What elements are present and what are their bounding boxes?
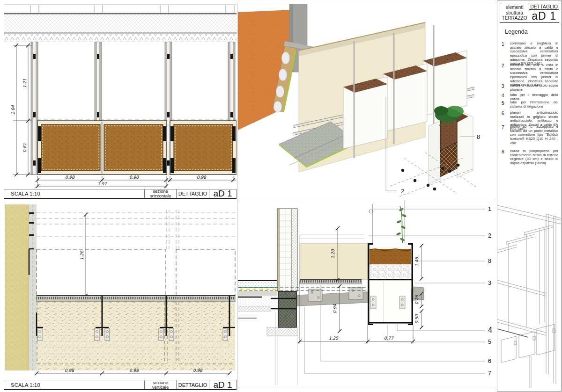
title-block: elementi struttura TERRAZZO DETTAGLIO aD… — [500, 3, 559, 23]
title-block-detail-code: aD 1 — [529, 10, 559, 22]
panel-section-detail: 1.20 0.94 1.46 0.26 0.50 1.25 0.77 1 2 8… — [238, 200, 496, 389]
divider-center-horizontal — [238, 199, 496, 199]
callout-7: 7 — [488, 370, 491, 377]
cutaway-planter — [429, 106, 473, 184]
callout-numbers: 1 2 8 3 4 5 6 7 — [488, 206, 492, 377]
axonometric-drawing: 2 8 — [238, 4, 496, 197]
title-block-subject: elementi struttura TERRAZZO — [500, 3, 529, 22]
panel-vertical-section: 1.26 — [4, 200, 237, 380]
callout-8: 8 — [477, 134, 480, 140]
panel-axonometric-view: 2 8 — [238, 4, 496, 197]
detail-label: DETTAGLIO — [177, 189, 209, 198]
legend-heading: Legenda — [505, 29, 528, 35]
section-type-label: sezioneverticale — [145, 380, 177, 389]
dim-label: 0.98 — [197, 175, 207, 180]
callout-1: 1 — [488, 206, 491, 212]
dim-label: 1.25 — [329, 336, 339, 341]
steel-plate — [368, 279, 413, 280]
title-block-detail-label: DETTAGLIO — [529, 3, 559, 10]
dim-label: 0.50 — [414, 314, 419, 324]
legend-item-text: tubo per l'immissione del sistema di irr… — [510, 101, 558, 109]
legend-item-number: 4 — [502, 93, 509, 98]
legend-item-text: vasca in polipropilene per contenimento … — [510, 149, 558, 166]
dim-label: 1.97 — [97, 181, 107, 186]
vertical-section-drawing: 1.26 — [4, 200, 237, 380]
dim-label: 0.98 — [193, 368, 203, 373]
center-top-border — [238, 3, 496, 3]
legend-item-number: 7 — [502, 125, 509, 130]
section-detail-drawing: 1.20 0.94 1.46 0.26 0.50 1.25 0.77 1 2 8… — [238, 200, 496, 389]
callout-2: 2 — [401, 188, 404, 195]
wireframe-axonometric — [497, 202, 561, 391]
callout-3: 3 — [488, 280, 491, 286]
detail-code: aD 1 — [209, 380, 237, 389]
callout-2: 2 — [488, 232, 491, 239]
dim-label: 2.04 — [11, 105, 15, 115]
scale-label: SCALA 1:10 — [4, 189, 145, 198]
railing-post — [369, 204, 373, 243]
dim-label: 0.98 — [129, 368, 139, 373]
callout-4: 4 — [488, 326, 492, 334]
horizontal-section-titlebar: SCALA 1:10 sezioneorizzontale DETTAGLIO … — [4, 189, 237, 199]
divider-left-center — [237, 3, 237, 390]
horizontal-section-drawing: 2.04 1.21 0.81 0.98 0.98 0.98 1.97 — [4, 4, 237, 189]
insulation-zigzag-band — [4, 34, 237, 40]
vertical-section-titlebar: SCALA 1:10 sezioneverticale DETTAGLIO aD… — [4, 380, 237, 390]
detail-code: aD 1 — [209, 189, 237, 198]
dim-label: 1.46 — [414, 257, 419, 267]
callout-5: 5 — [488, 339, 491, 345]
callout-8: 8 — [488, 258, 491, 264]
legend-item-number: 3 — [502, 84, 509, 89]
hidden-planter-outline — [37, 249, 235, 296]
legend-item-number: 5 — [502, 101, 509, 106]
dim-label: 0.77 — [384, 336, 394, 341]
dim-label: 1.21 — [22, 79, 27, 88]
legend-item-text: canale di raccolta scolo acque piovane — [510, 84, 558, 92]
wall-hatch-band — [4, 14, 237, 33]
detail-label: DETTAGLIO — [177, 380, 209, 389]
legend-item-number: 6 — [502, 111, 509, 116]
right-column: elementi struttura TERRAZZO DETTAGLIO aD… — [497, 0, 562, 392]
legend-item-number: 1 — [502, 42, 509, 47]
legend-item-text: profilo ad "L" accoppiato e saldato ad u… — [510, 125, 558, 145]
callout-6: 6 — [488, 358, 491, 364]
grating-strip — [37, 296, 235, 302]
dim-label: 0.98 — [65, 175, 75, 180]
section-type-label: sezioneorizzontale — [145, 189, 177, 198]
legend-item-number: 2 — [502, 63, 509, 68]
planter-section — [368, 243, 424, 325]
center-bottom-border — [238, 389, 496, 389]
plant-sprig — [396, 200, 407, 243]
soil-panels — [41, 124, 233, 171]
scale-label: SCALA 1:10 — [4, 380, 145, 389]
dim-label: 0.81 — [22, 143, 27, 152]
planter-plan-boxes — [37, 121, 237, 174]
panel-horizontal-section: 2.04 1.21 0.81 0.98 0.98 0.98 1.97 — [4, 4, 237, 189]
dim-label: 0.98 — [129, 175, 139, 180]
dim-label: 0.94 — [333, 304, 337, 313]
dim-label: 0.98 — [65, 368, 74, 373]
slab-joint-ticks — [30, 5, 234, 13]
hidden-rail-lines — [37, 210, 235, 249]
dim-label: 1.26 — [80, 250, 84, 260]
dim-label: 0.26 — [414, 295, 419, 305]
dim-label: 1.20 — [331, 249, 335, 259]
legend-item-number: 8 — [502, 149, 509, 154]
terrace-grating — [300, 280, 362, 284]
